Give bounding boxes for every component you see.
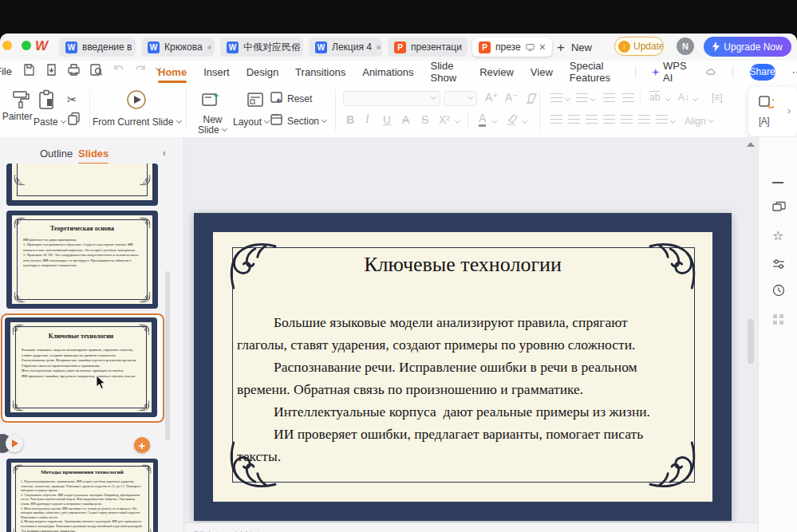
align-center-icon[interactable] xyxy=(568,115,580,124)
chevron-down-icon[interactable] xyxy=(455,118,460,124)
menu-item-slide-show[interactable]: Slide Show xyxy=(431,58,464,85)
chevron-down-icon[interactable] xyxy=(590,96,596,101)
add-slide-after-button[interactable]: + xyxy=(134,437,150,453)
minimize-panel-icon[interactable] xyxy=(772,182,783,183)
paste-icon[interactable] xyxy=(37,89,56,110)
font-size-select[interactable] xyxy=(444,91,477,106)
section-icon[interactable] xyxy=(270,113,284,127)
new-slide-icon[interactable] xyxy=(201,91,220,108)
slide-thumbnail-1[interactable] xyxy=(6,164,158,206)
traffic-light-zoom[interactable] xyxy=(22,41,31,50)
distribute-text-icon[interactable] xyxy=(621,115,633,124)
chevron-down-icon[interactable] xyxy=(491,118,497,124)
align-left-icon[interactable] xyxy=(550,115,562,124)
favorites-star-icon[interactable]: ☆ xyxy=(772,228,783,243)
justify-icon[interactable] xyxy=(603,115,615,124)
paragraph-spacing-icon[interactable] xyxy=(656,115,668,124)
line-spacing-icon[interactable] xyxy=(638,115,650,124)
save-icon[interactable] xyxy=(22,63,36,77)
text-direction-icon[interactable]: A↓ xyxy=(678,92,689,103)
format-painter-icon[interactable] xyxy=(10,89,30,110)
text-box-icon[interactable]: [A] xyxy=(759,116,769,127)
panel-scrollbar-thumb[interactable] xyxy=(165,271,170,440)
cut-icon[interactable]: ✂ xyxy=(67,93,77,107)
expand-panel-icon[interactable]: › xyxy=(787,104,791,116)
strikethrough-icon[interactable]: S xyxy=(421,113,428,126)
user-avatar[interactable]: N xyxy=(677,37,694,55)
canvas-scrollbar-thumb[interactable] xyxy=(748,319,754,364)
tab-outline[interactable]: Outline xyxy=(40,148,73,160)
print-icon[interactable] xyxy=(67,63,81,77)
slide-title[interactable]: Ключевые технологии xyxy=(213,253,712,277)
slide-canvas[interactable]: Ключевые технологии Большие языковые мод… xyxy=(184,137,758,522)
menu-item-view[interactable]: View xyxy=(531,65,553,80)
history-clock-icon[interactable] xyxy=(772,284,785,297)
doc-tab-3[interactable]: W 中俄对应民俗 xyxy=(220,37,303,57)
menu-item-special-features[interactable]: Special Features xyxy=(570,58,618,85)
reset-icon[interactable] xyxy=(270,91,284,104)
scroll-up-arrow[interactable] xyxy=(747,142,755,147)
chevron-down-icon[interactable] xyxy=(670,118,676,124)
apps-grid-icon[interactable] xyxy=(773,314,777,318)
slide-body-text[interactable]: Большие языковые модели анализируют прав… xyxy=(237,311,696,467)
new-tab-button[interactable]: + New xyxy=(557,37,592,57)
decrease-indent-icon[interactable] xyxy=(603,93,615,102)
update-button[interactable]: ↑ Update xyxy=(614,37,664,56)
play-slide-button[interactable] xyxy=(6,435,23,452)
layout-button[interactable]: Layout xyxy=(233,116,270,128)
underline-icon[interactable]: U xyxy=(383,113,391,126)
menu-item-design[interactable]: Design xyxy=(247,65,278,80)
strikethrough-a-icon[interactable]: A xyxy=(402,113,409,126)
section-button[interactable]: Section xyxy=(287,116,327,127)
layout-icon[interactable] xyxy=(246,91,265,108)
align-right-icon[interactable] xyxy=(586,115,598,124)
export-doc-icon[interactable] xyxy=(45,63,58,77)
align-objects-button[interactable]: Align xyxy=(685,116,714,127)
play-from-slide-icon[interactable] xyxy=(126,89,147,110)
vertical-align-icon[interactable]: [≡] xyxy=(712,92,723,103)
menu-item-wps-ai[interactable]: WPS AI xyxy=(652,58,689,85)
menu-item-insert[interactable]: Insert xyxy=(203,65,230,80)
from-current-slide-button[interactable]: From Current Slide xyxy=(93,116,180,128)
menu-item-home[interactable]: Home xyxy=(158,65,187,80)
more-options-icon[interactable]: ⋯ xyxy=(792,66,797,78)
font-family-select[interactable] xyxy=(343,91,440,106)
current-slide[interactable]: Ключевые технологии Большие языковые мод… xyxy=(194,213,732,521)
chevron-down-icon[interactable] xyxy=(692,96,698,101)
new-slide-button[interactable]: NewSlide xyxy=(198,115,227,136)
slide-thumbnail-3[interactable]: Ключевые технологии Большие языковые мод… xyxy=(5,317,157,417)
doc-tab-4[interactable]: W Лекция 4 xyxy=(309,37,382,57)
format-painter-label[interactable]: Format Painter xyxy=(0,112,34,122)
chevron-down-icon[interactable] xyxy=(522,118,527,124)
doc-tab-2[interactable]: W Крюкова xyxy=(141,37,215,57)
redo-icon[interactable] xyxy=(134,64,147,76)
chevron-down-icon[interactable] xyxy=(565,96,570,101)
wps-logo[interactable]: W xyxy=(35,38,48,54)
increase-indent-icon[interactable] xyxy=(622,93,634,102)
doc-tab-1[interactable]: W введение в xyxy=(59,37,136,57)
increase-font-icon[interactable]: A⁺ xyxy=(485,91,499,104)
traffic-light-minimize[interactable] xyxy=(2,41,12,50)
print-preview-icon[interactable] xyxy=(89,63,104,77)
settings-sliders-icon[interactable] xyxy=(772,258,785,270)
copy-icon[interactable] xyxy=(67,112,81,126)
bold-icon[interactable]: B xyxy=(346,113,354,126)
doc-tab-6-active[interactable]: P презе × xyxy=(472,37,552,57)
slide-thumbnail-3-selected[interactable]: Ключевые технологии Большие языковые мод… xyxy=(1,313,164,423)
shape-fill-icon[interactable] xyxy=(758,93,774,109)
cloud-sync-icon[interactable] xyxy=(706,66,716,77)
menu-item-transitions[interactable]: Transitions xyxy=(295,65,345,80)
menu-item-file[interactable]: File xyxy=(0,65,13,77)
superscript-icon[interactable]: X² xyxy=(439,113,450,126)
char-spacing-icon[interactable]: ab xyxy=(649,91,660,103)
slide-thumbnail-4[interactable]: Методы применения технологий 1. Персонал… xyxy=(6,459,158,532)
layers-icon[interactable] xyxy=(772,201,786,213)
doc-tab-5[interactable]: P презентаци xyxy=(388,37,468,57)
close-tab-icon[interactable]: × xyxy=(539,41,546,53)
numbered-list-icon[interactable] xyxy=(576,93,588,102)
italic-icon[interactable]: I xyxy=(365,113,369,126)
menu-item-review[interactable]: Review xyxy=(479,65,514,80)
slide-thumbnail-2[interactable]: Теоретическая основа ИИ работает по двум… xyxy=(6,211,158,309)
clear-format-icon[interactable] xyxy=(525,93,539,104)
menu-item-animations[interactable]: Animations xyxy=(362,65,413,80)
